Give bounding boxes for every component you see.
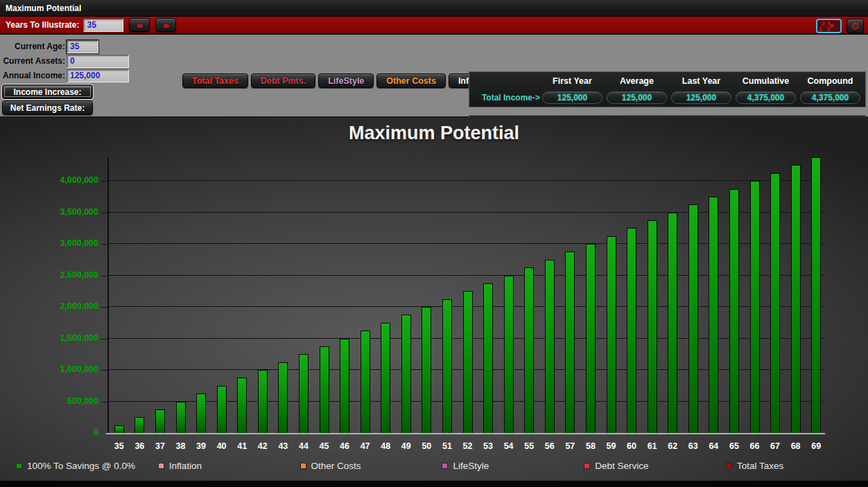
legend-label: Other Costs [311,461,361,471]
x-axis-label: 51 [437,441,458,451]
chart-title: Maximum Potential [0,123,868,144]
bar-age-55 [524,267,534,433]
legend-swatch-icon [726,463,732,469]
total-income-first-year-value: 125,000 [542,91,602,104]
x-axis-label: 48 [375,441,396,451]
bar-age-60 [627,228,636,433]
toolbar: Years To Illustrate: ‹‹‹ ››› 2 1 3 ➘ ⚙ [0,17,868,35]
bar-age-40 [217,386,227,433]
x-axis-label: 42 [252,441,273,451]
income-header-last-year: Last Year [669,76,734,86]
bar-age-65 [729,189,739,434]
y-axis-tick [101,370,107,371]
tab-other-costs[interactable]: Other Costs [376,73,446,88]
bar-age-51 [442,299,452,433]
tab-total-taxes[interactable]: Total Taxes [182,73,248,88]
bar-age-69 [811,157,821,433]
input-form-panel: Current Age: Current Assets: Annual Inco… [0,35,868,118]
years-to-illustrate-label: Years To Illustrate: [6,20,79,30]
y-axis-label: 0 [0,427,98,437]
legend-item: Debt Service [584,461,648,470]
x-axis-label: 68 [785,441,806,451]
income-header-compound: Compound [798,76,862,86]
income-header-cumulative: Cumulative [734,76,798,86]
x-axis-label: 69 [806,441,826,451]
bar-age-52 [463,291,473,433]
y-axis-tick [101,244,107,245]
bar-age-36 [134,417,144,433]
x-axis-label: 43 [273,441,294,451]
y-axis-tick [101,181,107,181]
settings-button[interactable]: ⚙ [847,19,864,33]
window-titlebar: Maximum Potential [0,0,868,17]
years-back-button[interactable]: ‹‹‹ [129,18,150,32]
income-header-average: Average [605,76,669,86]
toolbar-right-group: 2 1 3 ➘ ⚙ [816,19,864,33]
y-axis-label: 2,500,000 [0,270,98,280]
bar-age-42 [258,370,268,433]
legend-item: LifeStyle [442,461,489,470]
tab-debt-pmts[interactable]: Debt Pmts. [251,73,315,88]
y-axis-tick [101,307,107,308]
x-axis-label: 35 [109,441,130,451]
bar-age-35 [114,425,124,433]
app-window: Maximum Potential Years To Illustrate: ‹… [0,0,868,487]
tab-lifestyle[interactable]: LifeStyle [318,73,374,88]
bar-age-48 [381,323,390,433]
income-increase-button[interactable]: Income Increase: [2,85,93,99]
legend-item: Inflation [158,461,202,470]
y-axis-label: 3,000,000 [0,238,98,248]
legend-swatch-icon [300,463,306,469]
years-to-illustrate-input[interactable] [83,19,123,32]
window-title: Maximum Potential [6,3,81,13]
x-axis-label: 64 [704,441,724,451]
current-age-label: Current Age: [0,42,67,51]
total-income-cumulative-value: 4,375,000 [736,91,796,104]
current-assets-input[interactable] [67,55,129,68]
bottom-strip [0,481,868,487]
sort-order-button[interactable]: 2 1 3 ➘ [816,19,842,33]
x-axis-label: 38 [171,441,191,451]
y-axis-label: 1,500,000 [0,333,98,343]
net-earnings-rate-button[interactable]: Net Earnings Rate: [2,100,93,115]
x-axis-label: 67 [765,441,785,451]
bar-age-59 [607,236,616,433]
bar-age-53 [483,283,493,433]
legend-label: LifeStyle [453,461,489,471]
current-age-input[interactable] [67,40,98,53]
y-axis-tick [101,402,107,402]
total-income-last-year-value: 125,000 [671,91,731,104]
legend-item: 100% To Savings @ 0.0% [16,461,135,470]
chevrons-left-icon: ‹‹‹ [137,21,143,30]
y-axis-label: 500,000 [0,396,98,406]
bar-age-66 [750,181,760,433]
gridline [109,180,825,181]
annual-income-label: Annual Income: [0,71,67,80]
legend-item: Other Costs [300,461,361,470]
bar-age-67 [770,173,780,433]
bar-age-46 [340,339,349,433]
current-assets-label: Current Assets: [0,56,67,66]
bar-age-37 [155,409,165,433]
y-axis-tick [101,276,107,276]
bar-age-61 [648,220,657,433]
income-header-first-year: First Year [540,76,605,86]
years-forward-button[interactable]: ››› [155,18,176,32]
bar-age-38 [176,402,186,433]
x-axis-label: 59 [601,441,622,451]
legend-label: Debt Service [595,461,648,471]
x-axis-label: 37 [150,441,171,451]
y-axis-label: 3,500,000 [0,207,98,217]
annual-income-input[interactable] [67,69,129,82]
legend-label: Inflation [169,461,202,471]
y-axis-tick [101,213,107,213]
x-axis-label: 55 [519,441,539,451]
total-income-panel: First Year Average Last Year Cumulative … [469,71,866,107]
x-axis-label: 63 [683,441,704,451]
bar-age-56 [545,260,555,433]
bar-age-57 [565,251,575,433]
x-axis-label: 46 [334,441,355,451]
x-axis-label: 40 [211,441,232,451]
legend-swatch-icon [16,463,22,469]
bar-age-44 [299,354,309,433]
